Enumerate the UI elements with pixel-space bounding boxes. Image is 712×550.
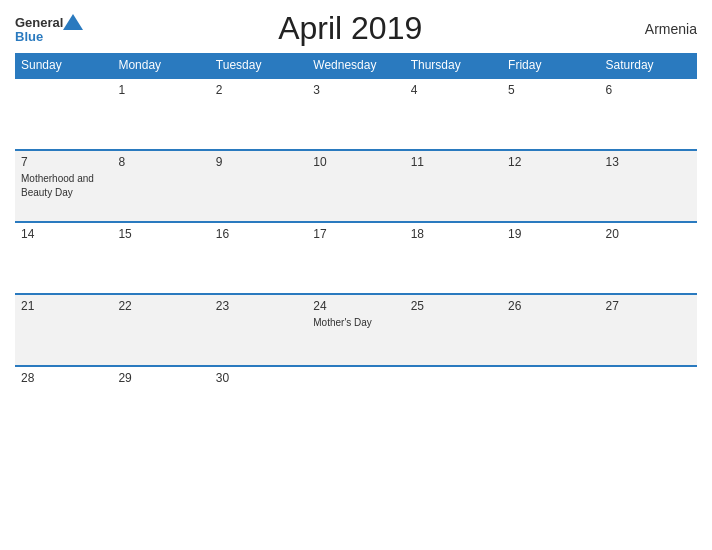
calendar-cell: 22 bbox=[112, 294, 209, 366]
calendar-cell: 15 bbox=[112, 222, 209, 294]
calendar-cell: 24Mother's Day bbox=[307, 294, 404, 366]
calendar-cell: 27 bbox=[600, 294, 697, 366]
day-number: 20 bbox=[606, 227, 691, 241]
calendar-cell: 12 bbox=[502, 150, 599, 222]
calendar-cell: 6 bbox=[600, 78, 697, 150]
day-number: 12 bbox=[508, 155, 593, 169]
day-number: 7 bbox=[21, 155, 106, 169]
day-number: 2 bbox=[216, 83, 301, 97]
day-number: 27 bbox=[606, 299, 691, 313]
calendar-cell bbox=[405, 366, 502, 438]
calendar-cell bbox=[15, 78, 112, 150]
day-number: 16 bbox=[216, 227, 301, 241]
calendar-cell: 17 bbox=[307, 222, 404, 294]
col-tuesday: Tuesday bbox=[210, 53, 307, 78]
calendar-cell: 28 bbox=[15, 366, 112, 438]
calendar-table: Sunday Monday Tuesday Wednesday Thursday… bbox=[15, 53, 697, 438]
header: General Blue April 2019 Armenia bbox=[15, 10, 697, 47]
calendar-week-1: 123456 bbox=[15, 78, 697, 150]
col-sunday: Sunday bbox=[15, 53, 112, 78]
day-number: 22 bbox=[118, 299, 203, 313]
calendar-cell: 3 bbox=[307, 78, 404, 150]
logo-icon bbox=[63, 14, 83, 30]
calendar-cell: 4 bbox=[405, 78, 502, 150]
calendar-cell bbox=[502, 366, 599, 438]
day-number: 28 bbox=[21, 371, 106, 385]
calendar-cell: 8 bbox=[112, 150, 209, 222]
calendar-cell: 26 bbox=[502, 294, 599, 366]
day-number: 13 bbox=[606, 155, 691, 169]
day-number: 30 bbox=[216, 371, 301, 385]
day-number: 4 bbox=[411, 83, 496, 97]
day-number: 5 bbox=[508, 83, 593, 97]
day-number: 21 bbox=[21, 299, 106, 313]
logo-blue-text: Blue bbox=[15, 30, 83, 43]
day-number: 9 bbox=[216, 155, 301, 169]
calendar-cell: 14 bbox=[15, 222, 112, 294]
calendar-cell: 16 bbox=[210, 222, 307, 294]
day-number: 29 bbox=[118, 371, 203, 385]
calendar-cell: 11 bbox=[405, 150, 502, 222]
calendar-cell: 29 bbox=[112, 366, 209, 438]
calendar-header-row: Sunday Monday Tuesday Wednesday Thursday… bbox=[15, 53, 697, 78]
day-number: 17 bbox=[313, 227, 398, 241]
col-friday: Friday bbox=[502, 53, 599, 78]
calendar-cell bbox=[307, 366, 404, 438]
col-wednesday: Wednesday bbox=[307, 53, 404, 78]
day-number: 3 bbox=[313, 83, 398, 97]
day-number: 25 bbox=[411, 299, 496, 313]
calendar-cell: 7Motherhood and Beauty Day bbox=[15, 150, 112, 222]
calendar-week-4: 21222324Mother's Day252627 bbox=[15, 294, 697, 366]
calendar-cell: 30 bbox=[210, 366, 307, 438]
col-monday: Monday bbox=[112, 53, 209, 78]
day-number: 14 bbox=[21, 227, 106, 241]
calendar-cell: 10 bbox=[307, 150, 404, 222]
calendar-cell: 25 bbox=[405, 294, 502, 366]
calendar-cell: 9 bbox=[210, 150, 307, 222]
day-number: 18 bbox=[411, 227, 496, 241]
calendar-cell: 21 bbox=[15, 294, 112, 366]
calendar-page: General Blue April 2019 Armenia Sunday M… bbox=[0, 0, 712, 550]
calendar-cell: 23 bbox=[210, 294, 307, 366]
calendar-cell: 18 bbox=[405, 222, 502, 294]
day-number: 6 bbox=[606, 83, 691, 97]
calendar-body: 1234567Motherhood and Beauty Day89101112… bbox=[15, 78, 697, 438]
calendar-cell: 19 bbox=[502, 222, 599, 294]
day-number: 24 bbox=[313, 299, 398, 313]
calendar-cell: 5 bbox=[502, 78, 599, 150]
calendar-week-2: 7Motherhood and Beauty Day8910111213 bbox=[15, 150, 697, 222]
calendar-week-3: 14151617181920 bbox=[15, 222, 697, 294]
calendar-cell bbox=[600, 366, 697, 438]
calendar-week-5: 282930 bbox=[15, 366, 697, 438]
day-number: 8 bbox=[118, 155, 203, 169]
calendar-cell: 1 bbox=[112, 78, 209, 150]
day-number: 19 bbox=[508, 227, 593, 241]
day-number: 15 bbox=[118, 227, 203, 241]
day-number: 26 bbox=[508, 299, 593, 313]
day-number: 23 bbox=[216, 299, 301, 313]
col-saturday: Saturday bbox=[600, 53, 697, 78]
svg-marker-0 bbox=[63, 14, 83, 30]
logo: General Blue bbox=[15, 14, 83, 43]
day-number: 11 bbox=[411, 155, 496, 169]
day-number: 10 bbox=[313, 155, 398, 169]
calendar-cell: 20 bbox=[600, 222, 697, 294]
month-title: April 2019 bbox=[83, 10, 617, 47]
event-label: Motherhood and Beauty Day bbox=[21, 173, 94, 198]
logo-general-text: General bbox=[15, 16, 63, 29]
day-number: 1 bbox=[118, 83, 203, 97]
calendar-cell: 13 bbox=[600, 150, 697, 222]
event-label: Mother's Day bbox=[313, 317, 372, 328]
calendar-cell: 2 bbox=[210, 78, 307, 150]
col-thursday: Thursday bbox=[405, 53, 502, 78]
country-label: Armenia bbox=[617, 21, 697, 37]
